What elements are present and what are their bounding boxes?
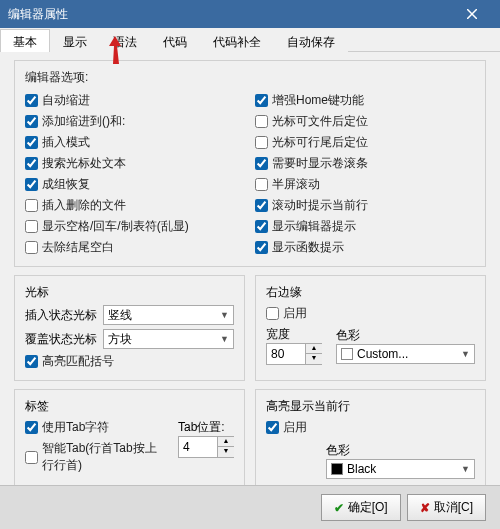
close-icon (467, 9, 477, 19)
spin-down-icon[interactable]: ▼ (306, 354, 322, 364)
option-right-5[interactable]: 滚动时提示当前行 (255, 197, 475, 214)
option-right-7[interactable]: 显示函数提示 (255, 239, 475, 256)
use-tab-checkbox[interactable]: 使用Tab字符 (25, 419, 168, 436)
margin-color-label: 色彩 (336, 327, 475, 344)
chevron-down-icon: ▼ (220, 334, 229, 344)
ok-button[interactable]: ✔ 确定[O] (321, 494, 401, 521)
close-button[interactable] (452, 0, 492, 28)
check-icon: ✔ (334, 501, 344, 515)
option-left-0[interactable]: 自动缩进 (25, 92, 245, 109)
editor-options-heading: 编辑器选项: (25, 69, 475, 86)
highlight-pair-checkbox[interactable]: 高亮匹配括号 (25, 353, 234, 370)
option-right-4[interactable]: 半屏滚动 (255, 176, 475, 193)
overwrite-cursor-label: 覆盖状态光标 (25, 331, 97, 348)
option-left-2[interactable]: 插入模式 (25, 134, 245, 151)
margin-heading: 右边缘 (266, 284, 475, 301)
highlight-line-color-select[interactable]: Black ▼ (326, 459, 475, 479)
option-right-0[interactable]: 增强Home键功能 (255, 92, 475, 109)
highlight-line-enable-checkbox[interactable]: 启用 (266, 419, 475, 436)
option-left-4[interactable]: 成组恢复 (25, 176, 245, 193)
tab-completion[interactable]: 代码补全 (200, 29, 274, 52)
option-right-1[interactable]: 光标可文件后定位 (255, 113, 475, 130)
tab-basic[interactable]: 基本 (0, 29, 50, 52)
chevron-down-icon: ▼ (220, 310, 229, 320)
x-icon: ✘ (420, 501, 430, 515)
highlight-line-color-label: 色彩 (326, 442, 475, 459)
editor-options-group: 编辑器选项: 自动缩进添加缩进到()和:插入模式搜索光标处文本成组恢复插入删除的… (14, 60, 486, 267)
color-swatch-icon (341, 348, 353, 360)
annotation-arrow (105, 36, 125, 67)
margin-enable-checkbox[interactable]: 启用 (266, 305, 475, 322)
margin-width-spinner[interactable]: ▲▼ (266, 343, 322, 365)
insert-cursor-label: 插入状态光标 (25, 307, 97, 324)
spin-up-icon[interactable]: ▲ (218, 437, 234, 447)
option-right-3[interactable]: 需要时显示卷滚条 (255, 155, 475, 172)
margin-width-label: 宽度 (266, 326, 322, 343)
window-title: 编辑器属性 (8, 6, 68, 23)
cursor-group: 光标 插入状态光标 竖线▼ 覆盖状态光标 方块▼ 高亮匹配括号 (14, 275, 245, 381)
tab-autosave[interactable]: 自动保存 (274, 29, 348, 52)
insert-cursor-select[interactable]: 竖线▼ (103, 305, 234, 325)
tab-group: 标签 使用Tab字符 智能Tab(行首Tab按上行行首) Tab位置: (14, 389, 245, 490)
spin-up-icon[interactable]: ▲ (306, 344, 322, 354)
tab-pos-spinner[interactable]: ▲▼ (178, 436, 234, 458)
option-left-6[interactable]: 显示空格/回车/制表符(乱显) (25, 218, 245, 235)
spin-down-icon[interactable]: ▼ (218, 447, 234, 457)
option-right-6[interactable]: 显示编辑器提示 (255, 218, 475, 235)
margin-color-select[interactable]: Custom... ▼ (336, 344, 475, 364)
overwrite-cursor-select[interactable]: 方块▼ (103, 329, 234, 349)
chevron-down-icon: ▼ (461, 349, 470, 359)
tab-heading: 标签 (25, 398, 234, 415)
highlight-line-group: 高亮显示当前行 启用 色彩 Black ▼ (255, 389, 486, 490)
option-left-3[interactable]: 搜索光标处文本 (25, 155, 245, 172)
tab-bar: 基本 显示 语法 代码 代码补全 自动保存 (0, 28, 500, 52)
option-left-5[interactable]: 插入删除的文件 (25, 197, 245, 214)
option-left-1[interactable]: 添加缩进到()和: (25, 113, 245, 130)
margin-group: 右边缘 启用 宽度 ▲▼ 色彩 Custom... ▼ (255, 275, 486, 381)
option-left-7[interactable]: 去除结尾空白 (25, 239, 245, 256)
tab-display[interactable]: 显示 (50, 29, 100, 52)
color-swatch-icon (331, 463, 343, 475)
chevron-down-icon: ▼ (461, 464, 470, 474)
smart-tab-checkbox[interactable]: 智能Tab(行首Tab按上行行首) (25, 440, 168, 474)
tab-pos-label: Tab位置: (178, 419, 234, 436)
option-right-2[interactable]: 光标可行尾后定位 (255, 134, 475, 151)
cancel-button[interactable]: ✘ 取消[C] (407, 494, 486, 521)
cursor-heading: 光标 (25, 284, 234, 301)
tab-code[interactable]: 代码 (150, 29, 200, 52)
highlight-line-heading: 高亮显示当前行 (266, 398, 475, 415)
